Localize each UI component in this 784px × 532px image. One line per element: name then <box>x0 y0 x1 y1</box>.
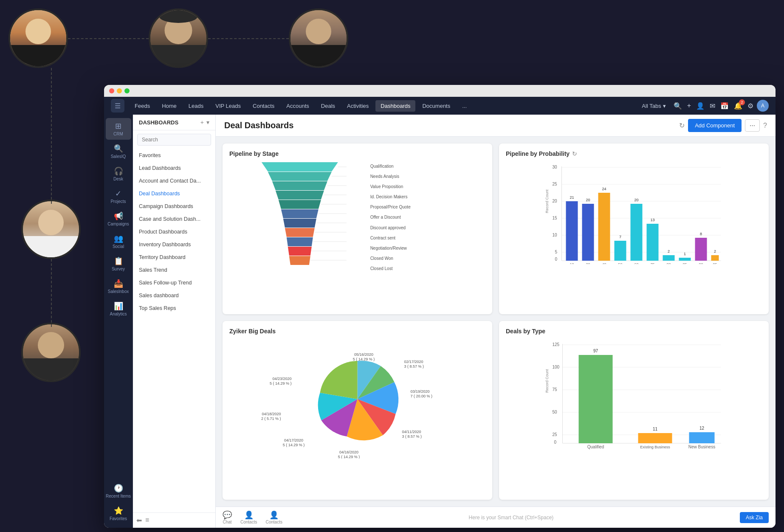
list-item-lead-dashboards[interactable]: Lead Dashboards <box>133 162 215 175</box>
svg-text:0: 0 <box>554 440 557 445</box>
bar-10 <box>566 201 578 261</box>
nav-leads[interactable]: Leads <box>183 100 209 112</box>
sidebar-item-salesinbox[interactable]: 📥 SalesInbox <box>106 276 131 297</box>
nav-feeds[interactable]: Feeds <box>130 100 155 112</box>
svg-marker-10 <box>289 256 310 265</box>
dot-yellow[interactable] <box>117 88 122 93</box>
nav-deals[interactable]: Deals <box>316 100 340 112</box>
svg-text:24: 24 <box>602 187 606 191</box>
funnel-label-5: Offer a Discount <box>370 215 485 220</box>
nav-dashboards[interactable]: Dashboards <box>375 100 415 112</box>
svg-marker-6 <box>283 219 316 228</box>
list-item-case-solution[interactable]: Case and Solution Dash... <box>133 213 215 225</box>
pipeline-by-stage-card: Pipeline by Stage <box>223 144 492 314</box>
campaigns-icon: 📢 <box>114 211 123 221</box>
settings-icon[interactable]: ⚙ <box>746 100 755 112</box>
refresh-icon[interactable]: ↻ <box>679 121 685 129</box>
list-item-favorites[interactable]: Favorites <box>133 149 215 162</box>
mail-icon[interactable]: ✉ <box>708 100 717 112</box>
sidebar-item-desk[interactable]: 🎧 Desk <box>106 163 131 185</box>
list-item-deal-dashboards[interactable]: Deal Dashboards <box>133 187 215 200</box>
nav-home[interactable]: Home <box>157 100 182 112</box>
sidebar-item-projects[interactable]: ✓ Projects <box>106 186 131 207</box>
middle-list-icon[interactable]: ≡ <box>145 516 149 524</box>
more-options-button[interactable]: ⋯ <box>745 119 760 132</box>
calendar-icon[interactable]: 📅 <box>719 100 730 112</box>
middle-collapse-icon[interactable]: ▾ <box>206 119 209 126</box>
bar-90 <box>695 238 707 261</box>
prob-refresh-icon[interactable]: ↻ <box>572 150 577 157</box>
search-icon[interactable]: 🔍 <box>672 100 684 112</box>
sidebar-item-recent[interactable]: 🕐 Recent Items <box>106 480 131 502</box>
nav-documents[interactable]: Documents <box>417 100 455 112</box>
sidebar-item-survey[interactable]: 📋 Survey <box>106 253 131 275</box>
dashboard-search-input[interactable] <box>137 134 211 146</box>
middle-back-icon[interactable]: ⬅ <box>136 516 142 524</box>
nav-activities[interactable]: Activities <box>342 100 374 112</box>
dot-red[interactable] <box>109 88 114 93</box>
top-nav: ☰ Feeds Home Leads VIP Leads Contacts Ac… <box>104 97 776 115</box>
nav-vip-leads[interactable]: VIP Leads <box>210 100 246 112</box>
prob-bar-chart-svg: 30 25 20 15 10 5 0 <box>506 162 762 264</box>
contacts-icon[interactable]: 👤 <box>694 100 706 112</box>
add-icon[interactable]: + <box>685 100 693 111</box>
prob-chart-header: Pipeline by Probability ↻ <box>506 150 762 157</box>
nav-accounts[interactable]: Accounts <box>281 100 314 112</box>
dot-green[interactable] <box>124 88 130 93</box>
list-item-territory-dashboard[interactable]: Territory Dashboard <box>133 251 215 264</box>
list-item-inventory-dashboards[interactable]: Inventory Dashboards <box>133 238 215 251</box>
list-item-top-sales-reps[interactable]: Top Sales Reps <box>133 302 215 315</box>
nav-more[interactable]: ... <box>457 100 472 112</box>
middle-header: DASHBOARDS + ▾ <box>133 115 215 130</box>
svg-text:5 ( 14.29 % ): 5 ( 14.29 % ) <box>270 381 292 386</box>
svg-text:2 ( 5.71 % ): 2 ( 5.71 % ) <box>261 417 281 421</box>
title-bar <box>104 85 776 97</box>
help-icon[interactable]: ? <box>763 122 767 129</box>
list-item-product-dashboards[interactable]: Product Dashboards <box>133 225 215 238</box>
nav-all-tabs[interactable]: All Tabs ▾ <box>637 100 670 112</box>
list-item-sales-trend[interactable]: Sales Trend <box>133 264 215 276</box>
svg-text:15: 15 <box>553 216 558 220</box>
svg-text:5 ( 14.29 % ): 5 ( 14.29 % ) <box>353 357 375 361</box>
sidebar-item-crm[interactable]: ⊞ CRM <box>106 118 131 140</box>
add-component-button[interactable]: Add Component <box>688 119 742 132</box>
svg-text:12: 12 <box>699 426 705 431</box>
ask-zia-button[interactable]: Ask Zia <box>740 512 769 523</box>
sidebar-item-campaigns[interactable]: 📢 Campaigns <box>106 208 131 230</box>
list-item-sales-dashboard[interactable]: Sales dashboard <box>133 289 215 302</box>
funnel-chart-container: Qualification Needs Analysis Value Propo… <box>229 162 485 273</box>
svg-text:3 ( 8.57 % ): 3 ( 8.57 % ) <box>404 364 424 369</box>
svg-text:04/16/2020: 04/16/2020 <box>339 450 358 454</box>
svg-text:25: 25 <box>553 432 558 437</box>
svg-text:Type: Type <box>651 450 660 450</box>
sidebar-item-social[interactable]: 👥 Social <box>106 231 131 252</box>
sidebar-item-salesiq[interactable]: 🔍 SalesIQ <box>106 141 131 162</box>
svg-text:20: 20 <box>634 198 638 202</box>
svg-text:90: 90 <box>699 262 703 264</box>
sidebar-item-analytics[interactable]: 📊 Analytics <box>106 298 131 320</box>
svg-text:0: 0 <box>555 257 558 262</box>
hamburger-menu[interactable]: ☰ <box>111 99 124 113</box>
bar-85 <box>679 258 691 261</box>
bg-avatar-2 <box>149 8 208 68</box>
list-item-sales-followup[interactable]: Sales Follow-up Trend <box>133 276 215 289</box>
chat-icon: 💬 <box>223 510 232 520</box>
bottom-contacts-2[interactable]: 👤 Contacts <box>265 510 282 524</box>
svg-text:125: 125 <box>553 342 560 347</box>
bottom-contacts-1[interactable]: 👤 Contacts <box>240 510 257 524</box>
notification-icon[interactable]: 🔔 2 <box>732 100 744 112</box>
smart-chat-placeholder[interactable]: Here is your Smart Chat (Ctrl+Space) <box>291 515 731 521</box>
list-item-account-contact[interactable]: Account and Contact Da... <box>133 175 215 187</box>
bottom-chat[interactable]: 💬 Chat <box>223 510 232 524</box>
svg-marker-4 <box>279 200 321 209</box>
svg-text:04/17/2020: 04/17/2020 <box>284 438 303 442</box>
middle-add-icon[interactable]: + <box>200 119 204 126</box>
sidebar-item-favorites[interactable]: ⭐ Favorites <box>106 503 131 524</box>
nav-contacts[interactable]: Contacts <box>248 100 279 112</box>
contacts-bottom-icon: 👤 <box>244 510 254 520</box>
user-avatar[interactable]: A <box>757 100 769 112</box>
funnel-label-8: Negotiation/Review <box>370 246 485 251</box>
svg-text:25: 25 <box>553 182 558 186</box>
funnel-svg <box>229 162 370 273</box>
list-item-campaign-dashboards[interactable]: Campaign Dashboards <box>133 200 215 213</box>
